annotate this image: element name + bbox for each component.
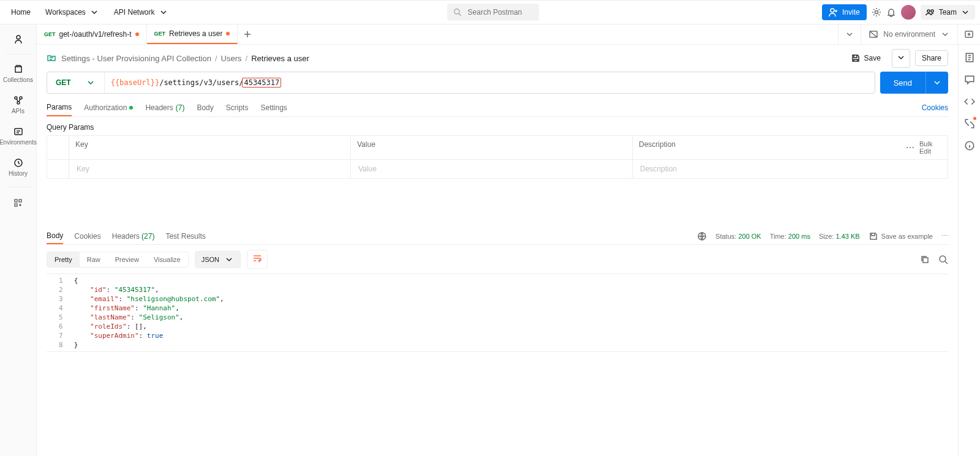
share-button[interactable]: Share [915, 50, 948, 66]
save-icon [851, 53, 861, 63]
search-icon[interactable] [938, 255, 948, 264]
svg-rect-12 [15, 204, 17, 206]
save-as-example[interactable]: Save as example [869, 231, 933, 241]
bulk-edit-link[interactable]: Bulk Edit [919, 140, 941, 155]
param-desc-input[interactable] [639, 164, 894, 174]
svg-point-0 [454, 9, 459, 14]
send-dropdown[interactable] [925, 72, 948, 94]
chevron-down-icon [845, 29, 854, 39]
tab-body[interactable]: Body [197, 99, 213, 116]
search-icon [453, 7, 461, 17]
sidebar-item-collections[interactable]: Collections [0, 59, 36, 88]
eye-icon [964, 29, 974, 39]
workspaces-menu[interactable]: Workspaces [39, 4, 105, 21]
code-body[interactable]: { "id": "45345317", "email": "hseligson@… [69, 274, 229, 351]
environment-quicklook[interactable] [957, 24, 980, 44]
save-button[interactable]: Save [845, 50, 887, 66]
search-input[interactable] [467, 7, 533, 17]
invite-button[interactable]: Invite [822, 4, 867, 20]
comments-icon[interactable] [964, 74, 975, 85]
url-bar: GET {{baseUrl}}/settings/v3/users/453453… [47, 72, 875, 94]
breadcrumb-current: Retrieves a user [251, 54, 309, 63]
settings-icon[interactable] [872, 7, 881, 17]
resp-tab-test-results[interactable]: Test Results [165, 228, 205, 244]
table-options[interactable]: ⋯ [906, 143, 914, 152]
sidebar-item-profile[interactable] [0, 29, 36, 49]
tab-params[interactable]: Params [47, 99, 72, 116]
search-box[interactable] [447, 4, 539, 21]
response-tabs: Body Cookies Headers (27) Test Results S… [47, 228, 948, 245]
breadcrumb: Settings - User Provisioning API Collect… [61, 54, 309, 63]
format-selector[interactable]: JSON [195, 251, 241, 268]
svg-point-1 [831, 9, 834, 12]
url-highlight: 45345317 [242, 78, 281, 88]
info-icon[interactable] [964, 140, 975, 151]
home-link[interactable]: Home [5, 4, 37, 20]
user-plus-icon [829, 7, 839, 17]
wrap-lines-button[interactable] [247, 250, 268, 269]
api-network-menu[interactable]: API Network [108, 4, 175, 21]
avatar[interactable] [901, 5, 916, 20]
tab-headers[interactable]: Headers (7) [145, 99, 184, 116]
line-gutter: 12345678 [47, 274, 69, 351]
bell-icon[interactable] [886, 7, 896, 17]
send-button[interactable]: Send [880, 72, 948, 94]
param-value-input[interactable] [357, 164, 626, 174]
left-sidebar: Collections APIs Environments History [0, 24, 37, 456]
response-more[interactable]: ⋯ [941, 232, 948, 240]
request-tabs: Params Authorization Headers (7) Body Sc… [47, 99, 948, 117]
no-environment-icon [869, 29, 878, 39]
method-selector[interactable]: GET [47, 72, 105, 93]
svg-point-2 [875, 11, 878, 14]
auth-indicator-dot [129, 106, 133, 110]
resp-tab-body[interactable]: Body [47, 228, 63, 244]
svg-point-5 [17, 36, 20, 39]
tab-list-dropdown[interactable] [839, 29, 861, 39]
tab-item[interactable]: GET get-/oauth/v1/refresh-t [37, 24, 147, 44]
col-description: Description [633, 136, 900, 159]
globe-icon[interactable] [697, 231, 707, 241]
chevron-down-icon [89, 7, 99, 17]
tab-settings[interactable]: Settings [260, 99, 287, 116]
tab-authorization[interactable]: Authorization [84, 99, 133, 116]
environments-icon [13, 127, 23, 136]
query-params-label: Query Params [47, 123, 948, 132]
sidebar-configure[interactable] [10, 195, 27, 214]
apis-icon [13, 95, 23, 105]
save-dropdown[interactable] [892, 49, 910, 68]
resp-tab-cookies[interactable]: Cookies [74, 228, 100, 244]
environment-selector[interactable]: No environment [861, 24, 957, 44]
param-key-input[interactable] [75, 164, 344, 174]
chevron-down-icon [86, 78, 96, 88]
url-input[interactable]: {{baseUrl}}/settings/v3/users/45345317 [105, 72, 875, 93]
grid-plus-icon [13, 198, 23, 208]
view-raw[interactable]: Raw [80, 252, 108, 267]
resp-tab-headers[interactable]: Headers (27) [112, 228, 155, 244]
expand-icon[interactable] [964, 118, 975, 129]
svg-rect-15 [965, 31, 973, 37]
sidebar-item-environments[interactable]: Environments [0, 122, 36, 151]
documentation-icon[interactable] [964, 52, 975, 63]
team-selector[interactable]: Team [921, 5, 975, 20]
view-preview[interactable]: Preview [108, 252, 146, 267]
view-visualize[interactable]: Visualize [146, 252, 188, 267]
tab-scripts[interactable]: Scripts [226, 99, 249, 116]
svg-point-4 [931, 10, 933, 12]
svg-rect-11 [15, 200, 17, 202]
chevron-down-icon [224, 255, 234, 264]
breadcrumb-folder[interactable]: Users [221, 54, 242, 63]
sidebar-item-apis[interactable]: APIs [0, 91, 36, 119]
view-pretty[interactable]: Pretty [47, 252, 80, 267]
chevron-down-icon [940, 29, 950, 39]
svg-point-16 [968, 34, 970, 36]
new-tab-button[interactable] [238, 24, 257, 44]
sidebar-item-history[interactable]: History [0, 153, 36, 182]
chevron-down-icon [159, 7, 168, 17]
tab-item-active[interactable]: GET Retrieves a user [147, 24, 238, 44]
copy-icon[interactable] [920, 255, 930, 264]
wrap-icon [252, 253, 262, 263]
cookies-link[interactable]: Cookies [922, 103, 948, 112]
breadcrumb-collection[interactable]: Settings - User Provisioning API Collect… [61, 54, 211, 63]
code-icon[interactable] [964, 96, 975, 107]
svg-point-3 [927, 10, 930, 12]
